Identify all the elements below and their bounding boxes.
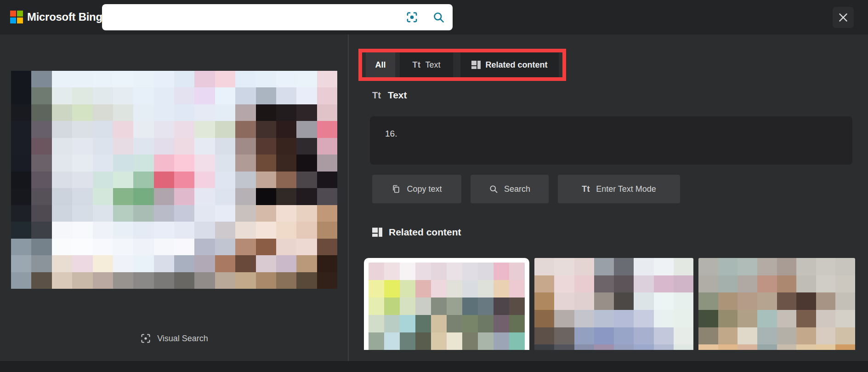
visual-search-icon[interactable] xyxy=(405,11,419,24)
copy-text-button[interactable]: Copy text xyxy=(372,175,461,203)
enter-text-mode-button[interactable]: Tt Enter Text Mode xyxy=(558,175,680,203)
panel-divider xyxy=(348,34,349,361)
text-icon: Tt xyxy=(412,60,420,70)
search-button-label: Search xyxy=(504,184,530,194)
collage-icon xyxy=(372,227,382,237)
footer-strip xyxy=(0,361,868,372)
logo-square-green xyxy=(17,11,23,17)
visual-search-label: Visual Search xyxy=(157,334,208,343)
top-bar: Microsoft Bing xyxy=(0,0,868,34)
visual-search-caption: Visual Search xyxy=(0,333,348,344)
tab-all-label: All xyxy=(375,60,386,70)
logo-square-blue xyxy=(10,17,16,23)
collage-icon xyxy=(471,60,481,69)
related-content-list xyxy=(364,258,856,350)
text-icon: Tt xyxy=(582,184,590,194)
extracted-text: 16. xyxy=(385,129,397,139)
close-button[interactable] xyxy=(833,7,854,28)
related-content-header: Related content xyxy=(372,227,461,238)
search-icon xyxy=(489,184,498,194)
logo-square-yellow xyxy=(17,17,23,23)
brand-title: Microsoft Bing xyxy=(27,11,102,23)
microsoft-logo-icon xyxy=(10,11,23,23)
tab-all[interactable]: All xyxy=(366,52,395,77)
search-icon[interactable] xyxy=(431,11,445,24)
tab-related-label: Related content xyxy=(485,60,547,70)
text-icon: Tt xyxy=(372,90,381,101)
search-text-button[interactable]: Search xyxy=(471,175,549,203)
text-section-title: Text xyxy=(388,90,407,101)
tab-text[interactable]: Tt Text xyxy=(400,52,453,77)
tab-text-label: Text xyxy=(425,60,440,70)
related-thumbnail[interactable] xyxy=(534,258,693,350)
brand: Microsoft Bing xyxy=(10,11,102,23)
related-content-title: Related content xyxy=(389,227,461,238)
enter-text-mode-label: Enter Text Mode xyxy=(596,184,656,194)
extracted-text-box[interactable]: 16. xyxy=(370,116,852,165)
text-section-header: Tt Text xyxy=(372,90,407,101)
close-icon xyxy=(837,11,849,23)
copy-icon xyxy=(391,184,401,194)
thumbnail-image xyxy=(369,263,525,350)
search-bar xyxy=(102,4,453,30)
logo-square-red xyxy=(10,11,16,17)
related-thumbnail[interactable] xyxy=(364,258,529,350)
visual-search-icon xyxy=(140,333,151,344)
search-input[interactable] xyxy=(111,4,405,30)
tab-related-content[interactable]: Related content xyxy=(460,52,559,77)
related-thumbnail[interactable] xyxy=(698,258,855,350)
copy-text-label: Copy text xyxy=(407,184,442,194)
query-image xyxy=(11,71,337,289)
visual-search-overlay: Microsoft Bing xyxy=(0,0,868,372)
